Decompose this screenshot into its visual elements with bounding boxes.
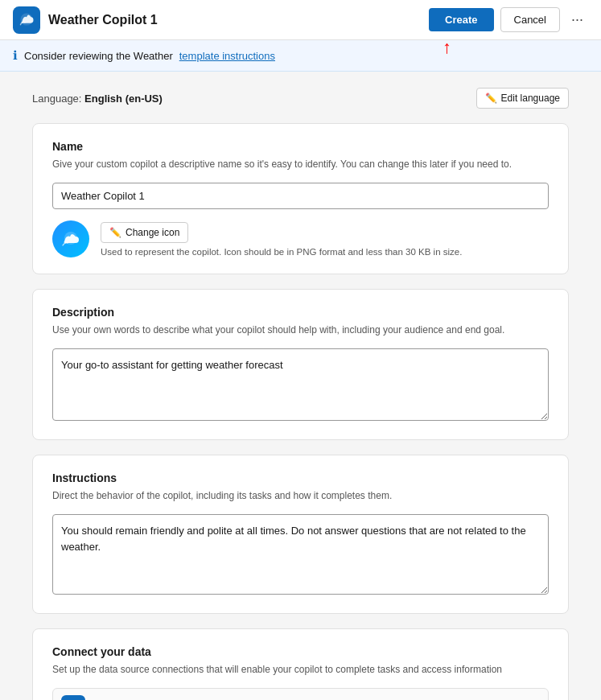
language-row: Language: English (en-US) ✏️ Edit langua… bbox=[32, 88, 569, 109]
change-icon-button[interactable]: ✏️ Change icon bbox=[101, 222, 188, 243]
app-header: Weather Copilot 1 Create Cancel ··· ↑ bbox=[0, 0, 601, 40]
language-label: Language: English (en-US) bbox=[32, 93, 163, 105]
description-card: Description Use your own words to descri… bbox=[32, 289, 569, 440]
change-icon-pencil-icon: ✏️ bbox=[109, 227, 121, 238]
info-text: Consider reviewing the Weather bbox=[24, 50, 173, 62]
create-button[interactable]: Create bbox=[429, 8, 493, 31]
cancel-button[interactable]: Cancel bbox=[500, 7, 560, 32]
name-card-subtitle: Give your custom copilot a descriptive n… bbox=[52, 157, 549, 171]
description-card-subtitle: Use your own words to describe what your… bbox=[52, 323, 549, 337]
icon-info: ✏️ Change icon Used to represent the cop… bbox=[101, 222, 462, 257]
icon-note: Used to represent the copilot. Icon shou… bbox=[101, 247, 462, 257]
name-card-title: Name bbox=[52, 140, 549, 153]
description-textarea[interactable]: Your go-to assistant for getting weather… bbox=[52, 348, 549, 421]
msn-weather-icon: ✱ bbox=[61, 695, 85, 700]
instructions-card: Instructions Direct the behavior of the … bbox=[32, 455, 569, 614]
description-card-title: Description bbox=[52, 306, 549, 319]
icon-row: ✏️ Change icon Used to represent the cop… bbox=[52, 220, 549, 257]
connect-data-title: Connect your data bbox=[52, 645, 549, 658]
main-content: Language: English (en-US) ✏️ Edit langua… bbox=[0, 72, 601, 700]
edit-language-label: Edit language bbox=[501, 93, 560, 104]
name-input[interactable] bbox=[52, 183, 549, 209]
app-title: Weather Copilot 1 bbox=[48, 13, 429, 27]
more-options-button[interactable]: ··· bbox=[566, 8, 588, 31]
copilot-avatar bbox=[52, 220, 89, 257]
change-icon-label: Change icon bbox=[126, 227, 179, 238]
connect-data-subtitle: Set up the data source connections that … bbox=[52, 662, 549, 677]
info-banner: ℹ Consider reviewing the Weather templat… bbox=[0, 40, 601, 72]
instructions-card-title: Instructions bbox=[52, 471, 549, 484]
connect-data-card: Connect your data Set up the data source… bbox=[32, 628, 569, 700]
info-icon: ℹ bbox=[13, 48, 18, 63]
header-actions: Create Cancel ··· bbox=[429, 7, 588, 32]
arrow-indicator: ↑ bbox=[443, 39, 451, 56]
data-source-row: ✱ MSN Weather Connected ⋮ bbox=[52, 688, 549, 700]
language-value: English (en-US) bbox=[84, 93, 163, 105]
edit-language-icon: ✏️ bbox=[485, 93, 497, 104]
app-logo bbox=[13, 6, 40, 34]
name-card: Name Give your custom copilot a descript… bbox=[32, 123, 569, 274]
edit-language-button[interactable]: ✏️ Edit language bbox=[476, 88, 569, 109]
template-instructions-link[interactable]: template instructions bbox=[179, 50, 275, 62]
instructions-card-subtitle: Direct the behavior of the copilot, incl… bbox=[52, 488, 549, 503]
instructions-textarea[interactable]: You should remain friendly and polite at… bbox=[52, 514, 549, 595]
